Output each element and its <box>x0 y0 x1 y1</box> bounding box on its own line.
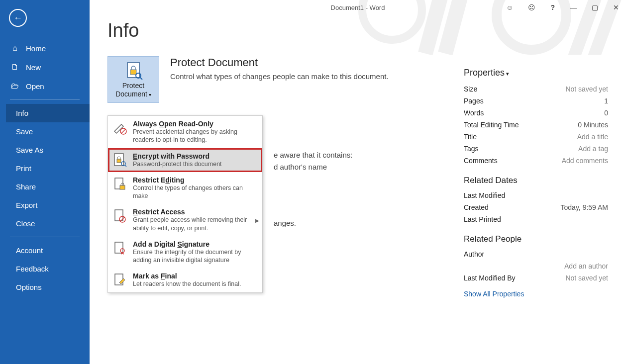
document-icon: 🗋 <box>10 63 20 72</box>
back-button[interactable]: ← <box>9 9 27 27</box>
sidebar-item-label: Info <box>16 109 28 117</box>
prop-words: Words0 <box>464 107 608 119</box>
sidebar-item-label: Save <box>16 127 33 136</box>
menu-item-title: Mark as Final <box>133 272 257 280</box>
menu-item-title: Encrypt with Password <box>133 152 257 160</box>
menu-item-restrict-access[interactable]: Restrict Access Grant people access whil… <box>108 204 262 236</box>
sidebar-item-label: Home <box>26 44 46 53</box>
document-lock-icon <box>112 176 128 192</box>
protect-document-menu: Always Open Read-Only Prevent accidental… <box>107 115 263 293</box>
menu-item-digital-signature[interactable]: Add a Digital Signature Ensure the integ… <box>108 236 262 269</box>
protect-document-button[interactable]: Protect Document <box>107 56 159 103</box>
svg-rect-17 <box>120 185 125 189</box>
sidebar-item-account[interactable]: Account <box>6 241 90 260</box>
svg-rect-13 <box>117 159 121 163</box>
divider <box>10 237 80 237</box>
sidebar-item-options[interactable]: Options <box>6 278 90 296</box>
lock-search-icon <box>123 61 143 80</box>
svg-rect-18 <box>115 210 123 221</box>
menu-item-desc: Grant people access while removing their… <box>133 216 257 232</box>
prop-created: CreatedToday, 9:59 AM <box>464 201 608 213</box>
folder-open-icon: 🗁 <box>10 82 20 91</box>
sidebar-item-label: Account <box>16 246 43 255</box>
sidebar-item-home[interactable]: ⌂ Home <box>0 39 90 58</box>
show-all-properties-link[interactable]: Show All Properties <box>464 290 524 298</box>
backstage-sidebar: ← ⌂ Home 🗋 New 🗁 Open Info Save Save As … <box>0 0 90 364</box>
document-no-icon <box>112 208 128 224</box>
prop-size: SizeNot saved yet <box>464 83 608 95</box>
svg-line-15 <box>125 165 126 167</box>
svg-line-9 <box>140 78 142 80</box>
menu-item-desc: Ensure the integrity of the document by … <box>133 248 257 265</box>
sidebar-item-feedback[interactable]: Feedback <box>6 260 90 278</box>
sidebar-item-open[interactable]: 🗁 Open <box>0 77 90 95</box>
sidebar-item-label: Open <box>26 82 44 91</box>
sidebar-item-print[interactable]: Print <box>6 159 90 178</box>
svg-rect-7 <box>130 70 136 75</box>
sidebar-item-label: Feedback <box>16 265 49 273</box>
prop-tags[interactable]: TagsAdd a tag <box>464 143 608 155</box>
menu-item-title: Always Open Read-Only <box>133 120 257 128</box>
sidebar-item-close[interactable]: Close <box>6 214 90 233</box>
sidebar-item-save-as[interactable]: Save As <box>6 141 90 159</box>
document-ribbon-icon <box>112 240 128 256</box>
menu-item-desc: Control the types of changes others can … <box>133 184 257 200</box>
sidebar-item-label: Print <box>16 164 31 173</box>
sidebar-item-label: Export <box>16 201 37 209</box>
menu-item-title: Restrict Access <box>133 208 257 216</box>
pencil-no-icon <box>112 120 128 136</box>
menu-item-desc: Let readers know the document is final. <box>133 280 257 288</box>
menu-item-desc: Password-protect this document <box>133 160 257 168</box>
prop-title[interactable]: TitleAdd a title <box>464 131 608 143</box>
section-heading: Protect Document <box>170 56 389 69</box>
prop-edit-time: Total Editing Time0 Minutes <box>464 119 608 131</box>
menu-item-title: Restrict Editing <box>133 176 257 184</box>
sidebar-item-label: Save As <box>16 146 43 154</box>
section-description: Control what types of changes people can… <box>170 72 389 81</box>
related-people-heading: Related People <box>464 234 608 244</box>
sidebar-item-label: New <box>26 63 41 72</box>
page-title: Info <box>107 20 608 41</box>
obscured-text: e aware that it contains: d author's nam… <box>274 149 352 173</box>
sidebar-item-label: Options <box>16 283 42 291</box>
related-dates-heading: Related Dates <box>464 176 608 185</box>
svg-line-11 <box>121 129 125 133</box>
svg-rect-21 <box>115 242 123 253</box>
sidebar-item-new[interactable]: 🗋 New <box>0 58 90 77</box>
arrow-left-icon: ← <box>13 13 22 23</box>
properties-panel: Properties SizeNot saved yet Pages1 Word… <box>464 68 608 298</box>
prop-last-modified-by: Last Modified ByNot saved yet <box>464 272 608 284</box>
prop-comments[interactable]: CommentsAdd comments <box>464 155 608 167</box>
sidebar-item-share[interactable]: Share <box>6 178 90 196</box>
menu-item-mark-final[interactable]: Mark as Final Let readers know the docum… <box>108 268 262 292</box>
divider <box>10 99 80 100</box>
obscured-text: anges. <box>274 219 296 227</box>
menu-item-read-only[interactable]: Always Open Read-Only Prevent accidental… <box>108 116 262 148</box>
sidebar-item-label: Share <box>16 182 36 191</box>
prop-author: Author <box>464 248 608 260</box>
prop-last-modified: Last Modified <box>464 189 608 201</box>
prop-last-printed: Last Printed <box>464 213 608 225</box>
menu-item-encrypt-password[interactable]: Encrypt with Password Password-protect t… <box>108 148 262 172</box>
lock-search-icon <box>112 152 128 168</box>
prop-add-author[interactable]: Add an author <box>464 260 608 272</box>
sidebar-item-label: Close <box>16 219 35 228</box>
properties-header[interactable]: Properties <box>464 68 608 78</box>
sidebar-item-save[interactable]: Save <box>6 122 90 141</box>
home-icon: ⌂ <box>10 44 20 53</box>
protect-button-label: Protect Document <box>108 82 159 98</box>
sidebar-item-info[interactable]: Info <box>6 104 90 122</box>
menu-item-restrict-editing[interactable]: Restrict Editing Control the types of ch… <box>108 172 262 204</box>
sidebar-item-export[interactable]: Export <box>6 196 90 214</box>
menu-item-desc: Prevent accidental changes by asking rea… <box>133 128 257 144</box>
chevron-right-icon: ▶ <box>255 217 259 223</box>
menu-item-title: Add a Digital Signature <box>133 240 257 248</box>
prop-pages: Pages1 <box>464 95 608 107</box>
document-pencil-icon <box>112 272 128 288</box>
